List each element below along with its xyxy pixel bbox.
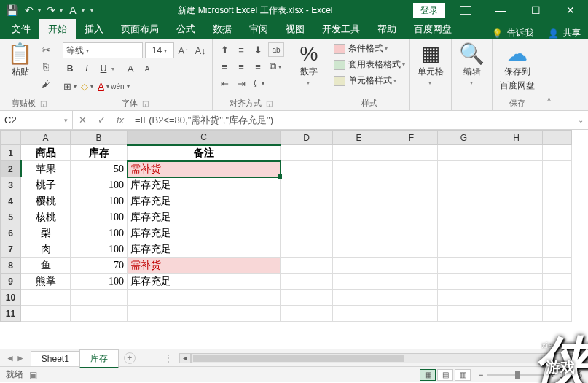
- orientation-icon[interactable]: ⤹: [251, 76, 265, 90]
- col-header-F[interactable]: F: [385, 131, 438, 145]
- italic-button[interactable]: I: [79, 61, 94, 77]
- row-header-8[interactable]: 8: [1, 258, 21, 274]
- undo-icon[interactable]: ↶: [22, 3, 36, 18]
- col-header-H[interactable]: H: [490, 131, 543, 145]
- spreadsheet-grid[interactable]: ABCDEFGH1商品库存备注2苹果50需补货3桃子100库存充足4樱桃100库…: [0, 130, 588, 349]
- qat-customize-icon[interactable]: ▾: [90, 7, 93, 14]
- tab-baidu[interactable]: 百度网盘: [405, 19, 460, 39]
- row-header-2[interactable]: 2: [1, 161, 21, 177]
- cell-C2[interactable]: 需补货: [128, 161, 281, 177]
- tab-developer[interactable]: 开发工具: [313, 19, 369, 39]
- cell-A8[interactable]: 鱼: [21, 258, 71, 274]
- save-icon[interactable]: 💾: [4, 3, 19, 18]
- zoom-slider[interactable]: [487, 374, 546, 376]
- name-box[interactable]: C2: [0, 111, 73, 129]
- cell-C1[interactable]: 备注: [128, 145, 281, 161]
- expand-formula-icon[interactable]: ⌄: [573, 111, 588, 129]
- increase-fontsize-icon[interactable]: A: [123, 61, 138, 76]
- row-header-6[interactable]: 6: [1, 225, 21, 241]
- cell-A4[interactable]: 樱桃: [21, 193, 71, 209]
- editing-button[interactable]: 🔍 编辑 ▾: [456, 42, 487, 88]
- row-header-10[interactable]: 10: [1, 290, 21, 306]
- scroll-left-icon[interactable]: ◄: [179, 353, 191, 363]
- cell-B2[interactable]: 50: [71, 161, 128, 177]
- phonetic-icon[interactable]: wén: [113, 79, 128, 93]
- row-header-1[interactable]: 1: [1, 145, 21, 161]
- formula-input[interactable]: =IF(B2<=80,"需补货","库存充足"): [130, 111, 573, 129]
- ribbon-display-icon[interactable]: [451, 0, 480, 20]
- hscroll-track[interactable]: [191, 353, 576, 363]
- close-icon[interactable]: ✕: [556, 0, 585, 20]
- tab-help[interactable]: 帮助: [369, 19, 405, 39]
- table-format-button[interactable]: 套用表格格式 ▾: [334, 58, 405, 71]
- row-header-11[interactable]: 11: [1, 306, 21, 322]
- align-middle-icon[interactable]: ≡: [234, 42, 248, 57]
- sheet-nav-prev-icon[interactable]: ◄: [6, 353, 15, 363]
- cell-B7[interactable]: 100: [71, 241, 128, 258]
- format-painter-icon[interactable]: 🖌: [39, 76, 53, 90]
- select-all-corner[interactable]: [1, 131, 21, 145]
- cell-C7[interactable]: 库存充足: [128, 241, 281, 258]
- underline-button[interactable]: U: [96, 61, 111, 77]
- cell-A5[interactable]: 核桃: [21, 209, 71, 225]
- cell-A1[interactable]: 商品: [21, 145, 71, 161]
- cell-B5[interactable]: 100: [71, 209, 128, 225]
- cell-B3[interactable]: 100: [71, 177, 128, 193]
- col-header-D[interactable]: D: [281, 131, 333, 145]
- font-name-select[interactable]: 等线: [63, 42, 143, 58]
- redo-icon[interactable]: ↷: [44, 3, 58, 18]
- collapse-ribbon-icon[interactable]: ˄: [542, 96, 556, 110]
- bold-button[interactable]: B: [63, 61, 77, 77]
- cell-styles-button[interactable]: 单元格样式 ▾: [334, 74, 405, 87]
- cell-A6[interactable]: 梨: [21, 225, 71, 241]
- cell-A3[interactable]: 桃子: [21, 177, 71, 193]
- align-center-icon[interactable]: ≡: [234, 59, 248, 74]
- row-header-9[interactable]: 9: [1, 274, 21, 290]
- tab-insert[interactable]: 插入: [76, 19, 112, 39]
- zoom-in-icon[interactable]: +: [550, 370, 555, 380]
- cell-C6[interactable]: 库存充足: [128, 225, 281, 241]
- align-top-icon[interactable]: ⬆: [217, 42, 232, 57]
- cell-C4[interactable]: 库存充足: [128, 193, 281, 209]
- align-right-icon[interactable]: ≡: [251, 59, 265, 74]
- cell-B1[interactable]: 库存: [71, 145, 128, 161]
- decrease-indent-icon[interactable]: ⇤: [217, 76, 232, 90]
- col-header-C[interactable]: C: [128, 131, 281, 145]
- cell-C3[interactable]: 库存充足: [128, 177, 281, 193]
- tab-layout[interactable]: 页面布局: [112, 19, 168, 39]
- conditional-format-button[interactable]: 条件格式 ▾: [334, 42, 405, 55]
- cell-B8[interactable]: 70: [71, 258, 128, 274]
- tab-review[interactable]: 审阅: [240, 19, 277, 39]
- cancel-formula-icon[interactable]: ✕: [73, 115, 92, 125]
- copy-icon[interactable]: ⎘: [39, 59, 53, 74]
- alignment-launcher-icon[interactable]: ◲: [266, 99, 273, 107]
- decrease-fontsize-icon[interactable]: A: [140, 61, 154, 76]
- tab-view[interactable]: 视图: [277, 19, 313, 39]
- normal-view-icon[interactable]: ▦: [420, 369, 436, 381]
- sheet-nav-next-icon[interactable]: ►: [16, 353, 25, 363]
- page-break-view-icon[interactable]: ▥: [455, 369, 471, 381]
- font-color-icon[interactable]: A: [96, 79, 111, 93]
- cells-button[interactable]: ▦ 单元格 ▾: [415, 42, 447, 88]
- add-sheet-icon[interactable]: +: [124, 352, 136, 364]
- cell-A9[interactable]: 熊掌: [21, 274, 71, 290]
- fill-color-icon[interactable]: ◇: [79, 79, 94, 93]
- share-button[interactable]: 共享: [563, 27, 581, 39]
- border-icon[interactable]: ⊞: [63, 79, 77, 93]
- number-format-button[interactable]: % 数字 ▾: [294, 42, 324, 88]
- row-header-3[interactable]: 3: [1, 177, 21, 193]
- page-layout-view-icon[interactable]: ▤: [437, 369, 453, 381]
- cell-A7[interactable]: 肉: [21, 241, 71, 258]
- save-baidu-button[interactable]: ☁ 保存到 百度网盘: [497, 42, 538, 93]
- merge-icon[interactable]: ⧉: [268, 59, 283, 74]
- sheet-tab-1[interactable]: 库存: [79, 349, 119, 368]
- tell-me[interactable]: 告诉我: [507, 27, 533, 39]
- wrap-text-icon[interactable]: ab: [268, 42, 284, 57]
- tab-file[interactable]: 文件: [3, 19, 39, 39]
- cell-C5[interactable]: 库存充足: [128, 209, 281, 225]
- sheet-tab-0[interactable]: Sheet1: [31, 351, 80, 366]
- align-bottom-icon[interactable]: ⬇: [251, 42, 265, 57]
- cell-B4[interactable]: 100: [71, 193, 128, 209]
- cell-C8[interactable]: 需补货: [128, 258, 281, 274]
- paste-button[interactable]: 📋 粘贴: [4, 42, 36, 80]
